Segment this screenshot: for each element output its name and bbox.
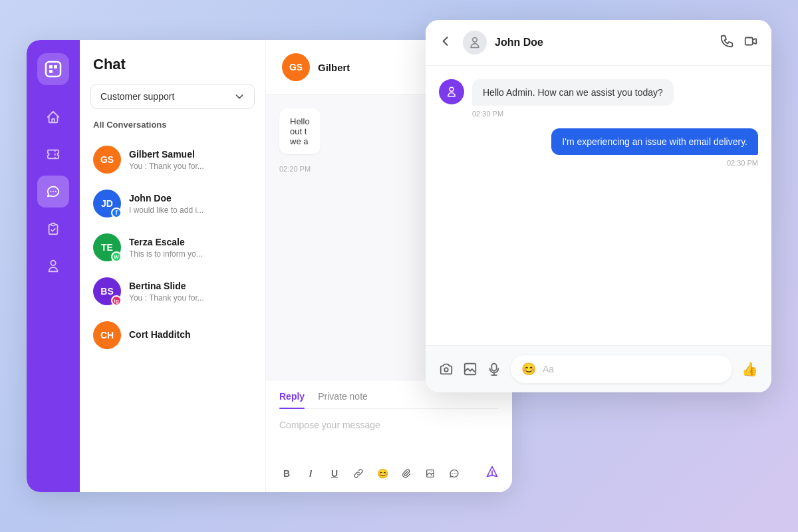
avatar: BS ig	[93, 277, 121, 305]
avatar: JD f	[93, 190, 121, 217]
floating-chat-window: John Doe Hello Admin. How can we assist …	[426, 20, 771, 392]
message-text: I'm experiencing an issue with email del…	[551, 128, 758, 155]
conv-preview: You : Thank you for...	[129, 293, 252, 303]
reply-area: Reply Private note Compose your message …	[266, 380, 512, 492]
list-item[interactable]: TE w Terza Escale This is to inform yo..…	[80, 225, 265, 269]
avatar: CH	[93, 321, 121, 349]
conv-preview: You : Thank you for...	[129, 162, 252, 171]
svg-rect-3	[49, 70, 53, 73]
list-item[interactable]: BS ig Bertina Slide You : Thank you for.…	[80, 269, 265, 313]
float-contact-name: John Doe	[495, 37, 712, 49]
tab-private-note[interactable]: Private note	[318, 391, 368, 408]
video-button[interactable]	[743, 34, 758, 51]
toolbar-row: B I U 😊	[279, 465, 499, 481]
message-row: Hello Admin. How can we assist you today…	[439, 79, 758, 118]
facebook-badge: f	[111, 207, 122, 218]
back-button[interactable]	[439, 35, 452, 51]
float-chat-header: John Doe	[426, 20, 771, 66]
conv-preview: I would like to add i...	[129, 205, 252, 215]
chat-button[interactable]	[447, 466, 462, 481]
emoji-button[interactable]: 😊	[375, 466, 390, 481]
conv-name: Gilbert Samuel	[129, 149, 252, 160]
camera-button[interactable]	[439, 362, 454, 376]
svg-rect-0	[46, 62, 61, 76]
send-button[interactable]	[485, 465, 499, 481]
underline-button[interactable]: U	[327, 466, 342, 481]
image-upload-button[interactable]	[463, 362, 477, 376]
message-time: 02:30 PM	[472, 110, 758, 118]
instagram-badge: ig	[111, 295, 122, 306]
sidebar-nav	[27, 40, 80, 492]
active-contact-name: Gilbert	[318, 62, 350, 73]
message-row: I'm experiencing an issue with email del…	[439, 128, 758, 167]
conversation-list: GS Gilbert Samuel You : Thank you for...…	[80, 138, 265, 476]
compose-area[interactable]: Compose your message	[279, 417, 499, 457]
float-msg-avatar	[439, 79, 464, 104]
message-text: Hello Admin. How can we assist you today…	[472, 79, 674, 106]
image-button[interactable]	[423, 466, 438, 481]
list-item[interactable]: CH Cort Hadditch	[80, 313, 265, 357]
float-contact-avatar	[463, 31, 487, 55]
attachment-button[interactable]	[399, 466, 414, 481]
svg-point-4	[444, 368, 448, 372]
active-contact-avatar: GS	[282, 53, 310, 81]
conv-name: Cort Hadditch	[129, 329, 252, 340]
float-messages: Hello Admin. How can we assist you today…	[426, 66, 771, 345]
reply-tabs: Reply Private note	[279, 391, 499, 409]
float-header-actions	[720, 34, 758, 51]
chevron-down-icon	[234, 91, 245, 102]
conv-preview: This is to inform yo...	[129, 249, 252, 259]
phone-button[interactable]	[720, 34, 734, 51]
sidebar-item-calendar[interactable]	[37, 213, 69, 245]
avatar: GS	[93, 146, 121, 174]
conv-name: Terza Escale	[129, 237, 252, 247]
bold-button[interactable]: B	[279, 466, 294, 481]
input-placeholder: Aa	[543, 364, 722, 374]
italic-button[interactable]: I	[303, 466, 318, 481]
message-time: 02:30 PM	[439, 159, 758, 167]
section-label: All Conversations	[80, 120, 265, 138]
link-button[interactable]	[351, 466, 366, 481]
sidebar-item-tickets[interactable]	[37, 138, 69, 170]
microphone-button[interactable]	[487, 362, 501, 376]
sidebar-item-home[interactable]	[37, 101, 69, 133]
chat-title: Chat	[80, 56, 265, 84]
float-input-bar: 😊 Aa 👍	[426, 345, 771, 392]
list-item[interactable]: JD f John Doe I would like to add i...	[80, 182, 265, 225]
emoji-picker-icon[interactable]: 😊	[521, 362, 536, 376]
sidebar-item-chat[interactable]	[37, 176, 69, 207]
thumbs-up-button[interactable]: 👍	[741, 361, 758, 377]
conv-name: John Doe	[129, 193, 252, 203]
message-text: Helloout twe a	[279, 108, 321, 154]
conv-name: Bertina Slide	[129, 281, 252, 291]
filter-dropdown[interactable]: Customer support	[90, 84, 255, 109]
message-input[interactable]: 😊 Aa	[511, 355, 732, 383]
sidebar-item-contacts[interactable]	[37, 250, 69, 282]
svg-rect-2	[54, 65, 57, 68]
list-item[interactable]: GS Gilbert Samuel You : Thank you for...	[80, 138, 265, 182]
chat-list-panel: Chat Customer support All Conversations …	[80, 40, 266, 492]
filter-label: Customer support	[100, 91, 174, 102]
app-logo	[37, 53, 69, 85]
svg-rect-1	[49, 65, 53, 68]
avatar: TE w	[93, 233, 121, 261]
whatsapp-badge: w	[111, 251, 122, 262]
tab-reply[interactable]: Reply	[279, 391, 305, 408]
